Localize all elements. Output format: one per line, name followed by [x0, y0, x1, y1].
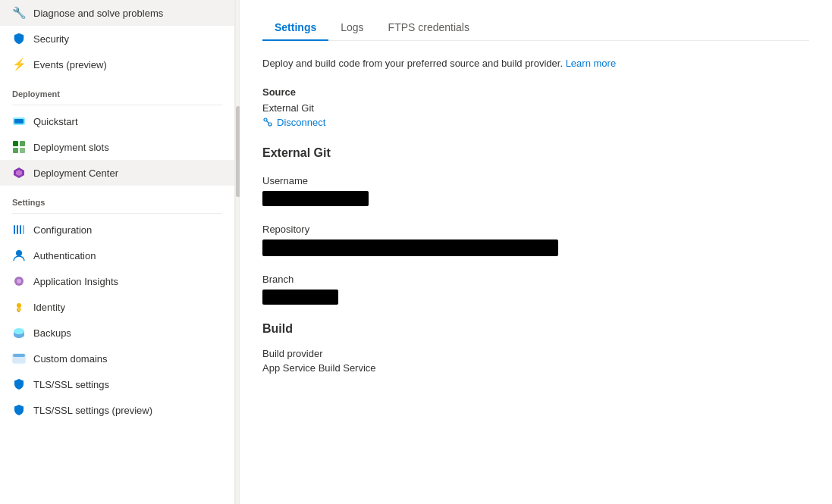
- backups-icon: [12, 326, 26, 340]
- identity-icon: [12, 300, 26, 314]
- build-provider-group: Build provider App Service Build Service: [262, 348, 809, 374]
- sidebar-item-security[interactable]: Security: [0, 26, 234, 52]
- sidebar-item-label: Events (preview): [33, 59, 107, 70]
- svg-rect-21: [13, 354, 25, 357]
- sidebar-item-label: Identity: [33, 302, 65, 313]
- sidebar-item-label: Deployment slots: [33, 142, 109, 153]
- shield-icon: [12, 32, 26, 45]
- settings-divider: [12, 213, 222, 214]
- deployment-divider: [12, 105, 222, 105]
- sidebar-item-deployment-center[interactable]: Deployment Center: [0, 160, 234, 186]
- disconnect-icon: [262, 117, 273, 127]
- sidebar-item-label: Deployment Center: [33, 167, 118, 179]
- svg-point-15: [17, 303, 21, 308]
- svg-rect-4: [13, 148, 18, 153]
- svg-point-18: [18, 311, 20, 312]
- svg-rect-5: [20, 148, 25, 153]
- application-insights-icon: [12, 274, 26, 288]
- custom-domains-icon: [12, 352, 26, 365]
- main-content: Settings Logs FTPS credentials Deploy an…: [240, 0, 832, 504]
- svg-rect-2: [13, 141, 18, 146]
- svg-rect-3: [20, 141, 25, 146]
- sidebar-item-tls-preview[interactable]: TLS/SSL settings (preview): [0, 397, 234, 423]
- repository-label: Repository: [262, 224, 809, 235]
- configuration-icon: [12, 223, 26, 236]
- description-text: Deploy and build code from your preferre…: [262, 56, 809, 71]
- sidebar-item-quickstart[interactable]: Quickstart: [0, 108, 234, 134]
- deployment-slots-icon: [12, 140, 26, 154]
- source-group: Source External Git Disconnect: [262, 86, 809, 128]
- sidebar-item-diagnose[interactable]: 🔧 Diagnose and solve problems: [0, 0, 234, 26]
- authentication-icon: [12, 249, 26, 262]
- external-git-title: External Git: [262, 146, 809, 160]
- tls-shield-icon: [12, 377, 26, 391]
- branch-value-redacted: [262, 290, 338, 305]
- svg-rect-9: [17, 225, 18, 234]
- bolt-icon: ⚡: [12, 58, 26, 71]
- settings-section-header: Settings: [0, 186, 234, 210]
- tab-ftps[interactable]: FTPS credentials: [376, 15, 482, 41]
- wrench-icon: 🔧: [12, 6, 26, 20]
- svg-rect-11: [23, 225, 24, 234]
- sidebar-item-label: Diagnose and solve problems: [33, 8, 163, 19]
- sidebar-item-label: Configuration: [33, 224, 92, 236]
- sidebar-item-configuration[interactable]: Configuration: [0, 217, 234, 243]
- sidebar-item-label: Quickstart: [33, 116, 78, 127]
- svg-point-12: [16, 250, 22, 256]
- tab-bar: Settings Logs FTPS credentials: [262, 15, 809, 41]
- sidebar-item-backups[interactable]: Backups: [0, 320, 234, 346]
- svg-point-22: [264, 118, 267, 121]
- username-value-redacted: [262, 191, 369, 206]
- build-provider-label: Build provider: [262, 348, 809, 359]
- source-label: Source: [262, 86, 809, 98]
- deployment-center-icon: [12, 166, 26, 180]
- sidebar-item-label: TLS/SSL settings: [33, 379, 109, 390]
- branch-label: Branch: [262, 274, 809, 285]
- svg-rect-16: [17, 308, 21, 311]
- sidebar-item-deployment-slots[interactable]: Deployment slots: [0, 134, 234, 160]
- sidebar-item-identity[interactable]: Identity: [0, 294, 234, 320]
- sidebar-item-label: Authentication: [33, 250, 96, 261]
- sidebar-item-label: Security: [33, 33, 69, 45]
- repository-group: Repository: [262, 224, 809, 258]
- tab-settings[interactable]: Settings: [262, 15, 328, 41]
- build-provider-value: App Service Build Service: [262, 362, 809, 374]
- sidebar-item-label: Application Insights: [33, 276, 118, 287]
- svg-rect-8: [14, 225, 15, 234]
- source-value: External Git: [262, 102, 809, 114]
- svg-line-24: [267, 121, 269, 124]
- sidebar-item-label: TLS/SSL settings (preview): [33, 405, 152, 416]
- svg-rect-1: [14, 119, 24, 124]
- svg-rect-17: [17, 309, 18, 311]
- quickstart-icon: [12, 114, 26, 128]
- sidebar-item-custom-domains[interactable]: Custom domains: [0, 346, 234, 371]
- repository-value-redacted: [262, 239, 558, 256]
- sidebar: 🔧 Diagnose and solve problems Security ⚡…: [0, 0, 235, 504]
- tab-logs[interactable]: Logs: [328, 15, 375, 41]
- tls-preview-shield-icon: [12, 403, 26, 417]
- svg-point-14: [17, 279, 21, 283]
- sidebar-item-authentication[interactable]: Authentication: [0, 243, 234, 268]
- deployment-section-header: Deployment: [0, 77, 234, 102]
- sidebar-item-events[interactable]: ⚡ Events (preview): [0, 52, 234, 77]
- svg-point-23: [268, 123, 272, 126]
- sidebar-item-label: Backups: [33, 327, 71, 339]
- username-group: Username: [262, 175, 809, 208]
- disconnect-link[interactable]: Disconnect: [262, 117, 809, 128]
- branch-group: Branch: [262, 274, 809, 307]
- sidebar-item-application-insights[interactable]: Application Insights: [0, 268, 234, 294]
- learn-more-link[interactable]: Learn more: [566, 58, 616, 69]
- svg-rect-10: [20, 225, 21, 234]
- sidebar-item-label: Custom domains: [33, 353, 108, 365]
- username-label: Username: [262, 175, 809, 186]
- sidebar-item-tls-settings[interactable]: TLS/SSL settings: [0, 371, 234, 397]
- build-title: Build: [262, 322, 809, 336]
- svg-point-19: [14, 328, 24, 334]
